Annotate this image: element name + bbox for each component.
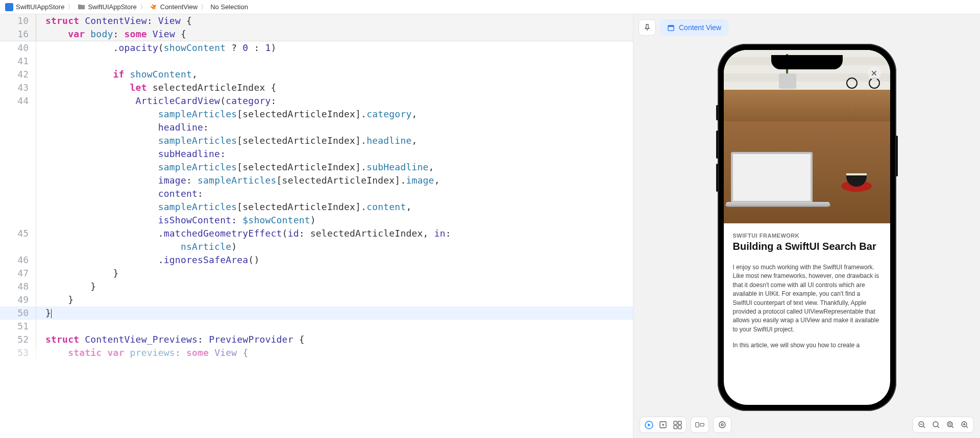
preview-selector-chip[interactable]: Content View <box>660 19 728 36</box>
code-text[interactable]: sampleArticles[selectedArticleIndex].con… <box>41 200 633 214</box>
device-notch <box>771 55 843 69</box>
code-text[interactable]: sampleArticles[selectedArticleIndex].sub… <box>41 161 633 174</box>
article-eyebrow: SWIFTUI FRAMEWORK <box>733 233 881 239</box>
code-text[interactable]: struct ContentView: View { <box>41 14 633 28</box>
line-number <box>0 134 36 147</box>
breadcrumb-project[interactable]: SwiftUIAppStore <box>16 3 64 11</box>
article-hero-image <box>724 50 890 223</box>
code-text[interactable]: headline: <box>41 121 633 134</box>
code-text[interactable]: let selectedArticleIndex { <box>41 81 633 94</box>
code-text[interactable]: content: <box>41 187 633 200</box>
code-text[interactable] <box>41 55 633 68</box>
code-text[interactable]: .opacity(showContent ? 0 : 1) <box>41 41 633 55</box>
zoom-actual-button[interactable] <box>932 420 941 429</box>
line-number <box>0 108 36 121</box>
article-headline: Building a SwiftUI Search Bar <box>733 240 881 253</box>
code-text[interactable]: if showContent, <box>41 68 633 81</box>
code-text[interactable]: subHeadline: <box>41 147 633 161</box>
gear-icon <box>718 420 727 429</box>
line-number: 47 <box>0 267 36 280</box>
code-text[interactable]: image: sampleArticles[selectedArticleInd… <box>41 174 633 187</box>
preview-toolbar <box>633 411 980 438</box>
line-number <box>0 161 36 174</box>
breadcrumb-group[interactable]: SwiftUIAppStore <box>88 3 136 11</box>
line-number: 16 <box>0 28 36 41</box>
live-preview-button[interactable] <box>644 420 653 429</box>
device-settings-button[interactable] <box>691 417 709 433</box>
line-number: 48 <box>0 280 36 293</box>
svg-line-21 <box>966 426 968 428</box>
code-text[interactable] <box>41 320 633 333</box>
code-text[interactable]: ArticleCardView(category: <box>41 94 633 108</box>
swift-file-icon <box>150 3 158 11</box>
preview-mode-group <box>640 417 687 433</box>
code-text[interactable]: isShowContent: $showContent) <box>41 214 633 227</box>
line-number <box>0 147 36 161</box>
svg-rect-19 <box>949 423 951 425</box>
line-number: 53 <box>0 346 36 359</box>
close-button[interactable] <box>868 66 881 80</box>
chip-label: Content View <box>679 23 721 32</box>
svg-rect-6 <box>674 425 677 428</box>
code-text[interactable]: sampleArticles[selectedArticleIndex].hea… <box>41 134 633 147</box>
line-number: 52 <box>0 333 36 346</box>
code-body[interactable]: 40 .opacity(showContent ? 0 : 1)41 42 if… <box>0 41 633 438</box>
side-button <box>716 105 718 120</box>
preview-settings-button[interactable] <box>713 417 731 433</box>
variants-preview-button[interactable] <box>673 420 682 429</box>
code-text[interactable]: nsArticle) <box>41 240 633 253</box>
code-text[interactable]: } <box>41 267 633 280</box>
line-number <box>0 121 36 134</box>
code-editor[interactable]: 10struct ContentView: View {16 var body:… <box>0 14 633 438</box>
svg-point-15 <box>933 422 938 427</box>
code-text[interactable]: sampleArticles[selectedArticleIndex].cat… <box>41 108 633 121</box>
line-number: 50 <box>0 306 36 320</box>
line-number: 41 <box>0 55 36 68</box>
breadcrumb-file[interactable]: ContentView <box>160 3 198 11</box>
line-number: 44 <box>0 94 36 108</box>
pin-preview-button[interactable] <box>639 19 656 36</box>
device-bezel: SWIFTUI FRAMEWORK Building a SwiftUI Sea… <box>718 44 896 411</box>
svg-point-17 <box>947 422 952 427</box>
code-text[interactable]: } <box>41 306 633 320</box>
zoom-fit-button[interactable] <box>946 420 955 429</box>
code-text[interactable]: } <box>41 293 633 306</box>
side-button <box>896 136 898 176</box>
breadcrumb[interactable]: SwiftUIAppStore 〉 SwiftUIAppStore 〉 Cont… <box>0 0 980 14</box>
zoom-out-button[interactable] <box>917 420 926 429</box>
preview-canvas: Content View <box>633 14 980 438</box>
svg-rect-7 <box>678 425 681 428</box>
code-text[interactable]: } <box>41 280 633 293</box>
zoom-group <box>913 417 974 433</box>
code-text[interactable]: .matchedGeometryEffect(id: selectedArtic… <box>41 227 633 240</box>
device-screen[interactable]: SWIFTUI FRAMEWORK Building a SwiftUI Sea… <box>724 50 890 405</box>
svg-line-13 <box>923 426 925 428</box>
line-number <box>0 187 36 200</box>
project-icon <box>5 3 13 11</box>
code-text[interactable]: struct ContentView_Previews: PreviewProv… <box>41 333 633 346</box>
svg-line-16 <box>938 426 939 428</box>
line-number <box>0 200 36 214</box>
code-text[interactable]: var body: some View { <box>41 28 633 41</box>
chevron-right-icon: 〉 <box>140 3 146 12</box>
line-number: 40 <box>0 41 36 55</box>
folder-icon <box>77 3 85 11</box>
code-text[interactable]: static var previews: some View { <box>41 346 633 359</box>
selectable-preview-button[interactable] <box>658 420 668 429</box>
device-settings-icon <box>695 420 704 429</box>
svg-line-18 <box>952 426 953 428</box>
line-number: 42 <box>0 68 36 81</box>
chevron-right-icon: 〉 <box>201 3 207 12</box>
line-number <box>0 240 36 253</box>
svg-rect-4 <box>674 421 677 424</box>
chevron-right-icon: 〉 <box>67 3 74 12</box>
sticky-scope-header[interactable]: 10struct ContentView: View {16 var body:… <box>0 14 633 41</box>
line-number: 49 <box>0 293 36 306</box>
code-text[interactable]: .ignoresSafeArea() <box>41 253 633 267</box>
line-number: 10 <box>0 14 36 28</box>
side-button <box>716 164 718 192</box>
zoom-in-button[interactable] <box>960 420 969 429</box>
breadcrumb-selection[interactable]: No Selection <box>210 3 248 11</box>
line-number: 43 <box>0 81 36 94</box>
side-button <box>716 131 718 159</box>
